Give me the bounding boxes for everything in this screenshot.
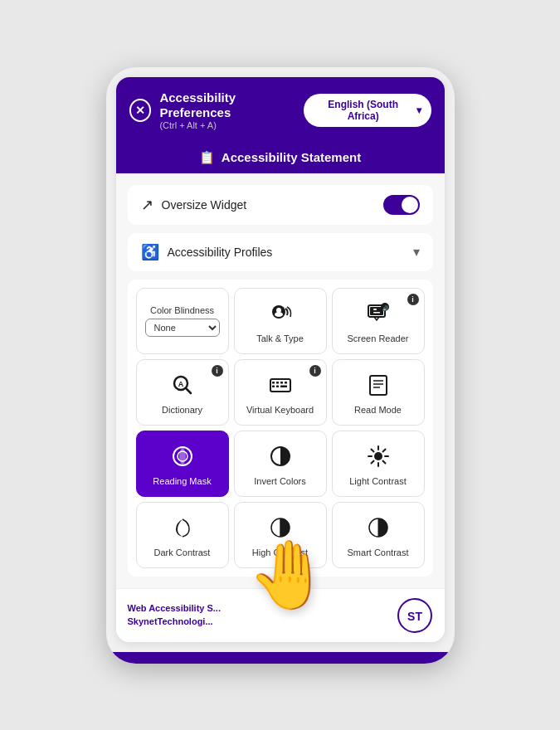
color-blindness-label: Color Blindness: [150, 305, 214, 315]
panel-title: Accessibility Preferences: [159, 90, 303, 120]
panel-footer: Web Accessibility S... SkynetTechnologi.…: [116, 588, 445, 642]
grid-item-read-mode[interactable]: Read Mode: [332, 359, 425, 426]
footer-line2: SkynetTechnologi...: [128, 616, 222, 628]
profiles-label-text: Accessibility Profiles: [168, 246, 273, 259]
svg-line-35: [371, 460, 373, 463]
svg-line-34: [382, 449, 385, 451]
accessibility-panel: ✕ Accessibility Preferences (Ctrl + Alt …: [116, 77, 445, 642]
phone-frame: ✕ Accessibility Preferences (Ctrl + Alt …: [106, 67, 455, 664]
svg-point-27: [374, 452, 382, 460]
svg-rect-5: [373, 309, 377, 310]
statement-icon: 📋: [199, 150, 215, 165]
footer-line1: Web Accessibility S...: [128, 602, 222, 615]
svg-rect-14: [276, 382, 279, 384]
svg-point-2: [275, 312, 283, 317]
header-left: ✕ Accessibility Preferences (Ctrl + Alt …: [129, 90, 304, 130]
close-button[interactable]: ✕: [129, 99, 152, 122]
grid-item-screen-reader[interactable]: i 🔊 Screen Reader: [332, 288, 425, 354]
panel-shortcut: (Ctrl + Alt + A): [159, 120, 303, 130]
high-contrast-label: High Contrast: [252, 548, 308, 557]
color-blindness-select[interactable]: None Protanopia Deuteranopia Tritanopia: [145, 319, 220, 337]
grid-item-dark-contrast[interactable]: Dark Contrast: [136, 502, 229, 568]
read-mode-icon: [367, 373, 390, 400]
statement-label: Accessibility Statement: [222, 150, 361, 164]
svg-rect-13: [272, 382, 275, 384]
svg-rect-6: [373, 312, 380, 314]
grid-item-virtual-keyboard[interactable]: i Virtual Keyboard: [234, 359, 327, 426]
dictionary-info[interactable]: i: [212, 365, 223, 377]
svg-text:ST: ST: [407, 610, 422, 623]
panel-header: ✕ Accessibility Preferences (Ctrl + Alt …: [116, 77, 445, 142]
dictionary-label: Dictionary: [162, 405, 202, 415]
light-contrast-icon: [367, 445, 390, 471]
invert-colors-label: Invert Colors: [254, 476, 305, 486]
oversize-widget-row: ↗ Oversize Widget: [128, 185, 433, 225]
oversize-widget-label: ↗ Oversize Widget: [141, 196, 247, 214]
grid-item-high-contrast[interactable]: High Contrast: [234, 502, 327, 568]
read-mode-label: Read Mode: [354, 405, 402, 415]
talk-type-label: Talk & Type: [256, 333, 304, 343]
grid-item-color-blindness[interactable]: Color Blindness None Protanopia Deuteran…: [136, 288, 229, 354]
features-grid: Color Blindness None Protanopia Deuteran…: [128, 280, 433, 577]
svg-line-33: [382, 460, 385, 463]
header-title-block: Accessibility Preferences (Ctrl + Alt + …: [159, 90, 303, 130]
svg-rect-18: [276, 385, 279, 387]
virtual-keyboard-info[interactable]: i: [309, 365, 321, 377]
toggle-knob: [402, 197, 418, 213]
svg-text:A: A: [178, 379, 183, 387]
svg-line-11: [186, 388, 191, 393]
svg-rect-15: [280, 382, 283, 384]
bottom-bar: [106, 652, 455, 664]
svg-line-32: [371, 449, 373, 451]
language-label: English (South Africa): [314, 99, 413, 122]
reading-mask-icon: [171, 445, 194, 471]
smart-contrast-icon: [367, 516, 390, 543]
screen-reader-icon: 🔊: [367, 302, 390, 328]
profiles-chevron: ▾: [413, 244, 420, 260]
screen-reader-info[interactable]: i: [407, 294, 419, 305]
dictionary-icon: A: [171, 373, 194, 400]
language-selector[interactable]: English (South Africa) ▾: [304, 94, 431, 127]
resize-icon: ↗: [141, 196, 153, 214]
profiles-icon: ♿: [141, 243, 159, 261]
talk-type-icon: [269, 302, 292, 328]
skynet-logo: ST: [397, 597, 433, 634]
dark-contrast-label: Dark Contrast: [154, 548, 211, 557]
svg-rect-20: [370, 376, 387, 395]
language-arrow: ▾: [416, 105, 421, 116]
reading-mask-label: Reading Mask: [153, 476, 211, 486]
virtual-keyboard-label: Virtual Keyboard: [246, 405, 314, 415]
virtual-keyboard-icon: [269, 373, 292, 400]
oversize-widget-toggle[interactable]: [383, 195, 420, 215]
oversize-widget-text: Oversize Widget: [162, 198, 247, 212]
accessibility-profiles-row[interactable]: ♿ Accessibility Profiles ▾: [128, 233, 433, 271]
accessibility-statement-button[interactable]: 📋 Accessibility Statement: [116, 142, 445, 173]
invert-colors-icon: [269, 445, 292, 471]
svg-rect-19: [280, 385, 287, 387]
grid-item-talk-type[interactable]: Talk & Type: [234, 288, 327, 354]
light-contrast-label: Light Contrast: [349, 476, 406, 486]
grid-item-dictionary[interactable]: i A Dictionary: [136, 359, 229, 426]
grid-item-reading-mask[interactable]: Reading Mask: [136, 431, 229, 497]
dark-contrast-icon: [171, 516, 194, 543]
svg-rect-17: [272, 385, 275, 387]
grid-item-light-contrast[interactable]: Light Contrast: [332, 431, 425, 497]
high-contrast-icon: [269, 516, 292, 543]
screen-reader-label: Screen Reader: [348, 333, 409, 343]
svg-rect-16: [285, 382, 287, 384]
grid-item-invert-colors[interactable]: Invert Colors: [234, 431, 327, 497]
grid-item-smart-contrast[interactable]: Smart Contrast: [332, 502, 425, 568]
smart-contrast-label: Smart Contrast: [348, 548, 409, 557]
footer-text-block: Web Accessibility S... SkynetTechnologi.…: [128, 602, 222, 628]
content-area: ↗ Oversize Widget ♿ Accessibility Profil…: [116, 173, 445, 588]
svg-text:🔊: 🔊: [382, 304, 388, 311]
